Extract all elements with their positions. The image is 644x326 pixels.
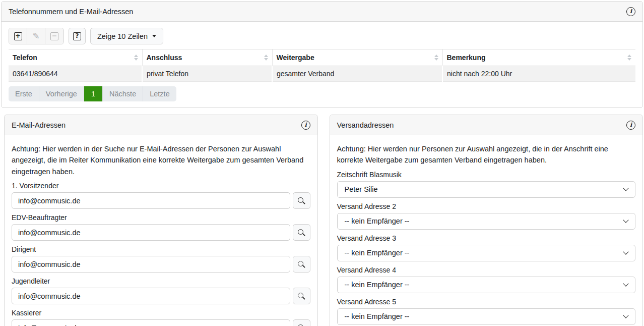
field-label-versand-adresse-3: Versand Adresse 3 (337, 234, 636, 242)
pagination-current-page[interactable]: 1 (84, 86, 103, 101)
select-versand-adresse-5[interactable]: -- kein Empfänger -- (337, 308, 636, 325)
pencil-icon: ✎ (32, 32, 39, 40)
phone-table: Telefon Anschluss Weitergabe Bemerk (9, 49, 635, 82)
chevron-down-icon (623, 186, 628, 191)
pagination: Erste Vorherige 1 Nächste Letzte (9, 86, 176, 101)
chevron-down-icon (623, 218, 628, 223)
cell-weitergabe: gesamter Verband (272, 66, 442, 82)
minus-square-icon: − (50, 32, 58, 40)
chevron-down-icon (623, 281, 628, 287)
select-versand-adresse-4[interactable]: -- kein Empfänger -- (337, 277, 636, 293)
email-input-vorsitzender[interactable] (12, 192, 290, 209)
info-icon[interactable]: i (301, 121, 310, 130)
search-icon (298, 261, 303, 266)
select-value: -- kein Empfänger -- (345, 249, 410, 257)
cell-telefon: 03641/890644 (9, 66, 142, 82)
shipping-panel: Versandadressen i Achtung: Hier werden n… (330, 115, 643, 326)
table-row[interactable]: 03641/890644 privat Telefon gesamter Ver… (9, 66, 635, 82)
field-row (12, 224, 310, 241)
select-zeitschrift-blasmusik[interactable]: Peter Silie (337, 181, 636, 198)
search-button[interactable] (293, 192, 310, 209)
column-label: Weitergabe (277, 53, 314, 62)
sort-icon (264, 55, 268, 61)
info-icon[interactable]: i (626, 121, 635, 130)
shipping-panel-notice: Achtung: Hier werden nur Personen zur Au… (337, 143, 636, 166)
remove-row-button[interactable]: − (45, 28, 63, 44)
plus-square-icon: + (14, 32, 22, 40)
chevron-down-icon (623, 313, 628, 318)
page: Telefonnummern und E-Mail-Adressen i + ✎… (0, 0, 644, 326)
pagination-next-button[interactable]: Nächste (103, 86, 143, 101)
search-icon (298, 229, 303, 235)
shipping-panel-title: Versandadressen (337, 121, 394, 129)
select-versand-adresse-3[interactable]: -- kein Empfänger -- (337, 245, 636, 261)
field-label-versand-adresse-4: Versand Adresse 4 (337, 266, 636, 274)
select-versand-adresse-2[interactable]: -- kein Empfänger -- (337, 213, 636, 230)
cell-bemerkung: nicht nach 22:00 Uhr (442, 66, 635, 82)
phone-panel-title: Telefonnummern und E-Mail-Adressen (9, 8, 133, 16)
email-panel-header: E-Mail-Adressen i (5, 115, 317, 135)
field-label-versand-adresse-5: Versand Adresse 5 (337, 298, 636, 306)
field-row (12, 319, 310, 326)
page-size-dropdown[interactable]: Zeige 10 Zeilen (90, 28, 163, 44)
caret-down-icon (152, 35, 156, 37)
column-header-weitergabe[interactable]: Weitergabe (272, 49, 442, 66)
field-row (12, 256, 310, 273)
info-icon[interactable]: i (626, 7, 635, 16)
edit-row-button[interactable]: ✎ (27, 28, 45, 44)
select-value: Peter Silie (345, 185, 378, 193)
select-value: -- kein Empfänger -- (345, 281, 410, 289)
field-label-vorsitzender: 1. Vorsitzender (12, 182, 310, 190)
column-label: Anschluss (147, 53, 182, 62)
question-square-icon: ? (73, 32, 81, 40)
phone-table-header-row: Telefon Anschluss Weitergabe Bemerk (9, 49, 635, 66)
phone-panel-header: Telefonnummern und E-Mail-Adressen i (2, 2, 642, 22)
search-button[interactable] (293, 256, 310, 273)
search-button[interactable] (293, 319, 310, 326)
field-row (12, 288, 310, 304)
add-row-button[interactable]: + (9, 28, 27, 44)
search-button[interactable] (293, 288, 310, 304)
help-button[interactable]: ? (69, 28, 86, 44)
email-input-edv-beauftragter[interactable] (12, 224, 290, 241)
search-button[interactable] (293, 224, 310, 241)
field-label-dirigent: Dirigent (12, 245, 310, 253)
sort-icon (627, 55, 631, 61)
column-header-bemerkung[interactable]: Bemerkung (442, 49, 635, 66)
column-label: Telefon (13, 53, 37, 62)
column-header-telefon[interactable]: Telefon (9, 49, 142, 66)
email-input-dirigent[interactable] (12, 256, 290, 273)
email-panel-notice: Achtung: Hier werden in der Suche nur E-… (12, 143, 310, 177)
shipping-panel-header: Versandadressen i (330, 115, 643, 135)
field-label-jugendleiter: Jugendleiter (12, 277, 310, 285)
bottom-columns: E-Mail-Adressen i Achtung: Hier werden i… (1, 115, 643, 326)
phone-toolbar: + ✎ − ? Zeige 10 Zeilen (9, 28, 635, 44)
field-label-zeitschrift-blasmusik: Zeitschrift Blasmusik (337, 171, 636, 179)
page-size-label: Zeige 10 Zeilen (97, 32, 148, 40)
field-label-versand-adresse-2: Versand Adresse 2 (337, 202, 636, 210)
phone-panel-body: + ✎ − ? Zeige 10 Zeilen (2, 22, 642, 107)
email-panel: E-Mail-Adressen i Achtung: Hier werden i… (4, 115, 318, 326)
shipping-panel-body: Achtung: Hier werden nur Personen zur Au… (330, 135, 643, 326)
pagination-last-button[interactable]: Letzte (143, 86, 176, 101)
search-icon (298, 197, 303, 203)
field-row (12, 192, 310, 209)
phone-panel: Telefonnummern und E-Mail-Adressen i + ✎… (1, 1, 643, 108)
email-panel-body: Achtung: Hier werden in der Suche nur E-… (5, 135, 317, 326)
email-input-jugendleiter[interactable] (12, 288, 290, 304)
field-label-kassierer: Kassierer (12, 309, 310, 317)
email-panel-title: E-Mail-Adressen (12, 121, 66, 129)
crud-button-group: + ✎ − (9, 28, 64, 44)
sort-icon (434, 55, 438, 61)
email-input-kassierer[interactable] (12, 319, 290, 326)
column-header-anschluss[interactable]: Anschluss (142, 49, 272, 66)
cell-anschluss: privat Telefon (142, 66, 272, 82)
search-icon (298, 293, 303, 298)
pagination-previous-button[interactable]: Vorherige (39, 86, 84, 101)
select-value: -- kein Empfänger -- (345, 312, 410, 320)
field-label-edv-beauftragter: EDV-Beauftragter (12, 213, 310, 222)
sort-icon (134, 55, 138, 61)
pagination-first-button[interactable]: Erste (9, 86, 39, 101)
select-value: -- kein Empfänger -- (345, 217, 410, 225)
chevron-down-icon (623, 249, 628, 255)
